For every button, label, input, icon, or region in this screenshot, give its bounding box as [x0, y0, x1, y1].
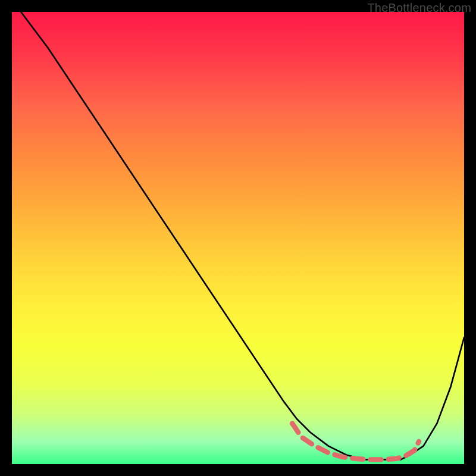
chart-container: TheBottleneck.com [0, 0, 476, 476]
watermark-text: TheBottleneck.com [367, 1, 471, 15]
chart-svg [12, 12, 464, 464]
bottleneck-curve-path [21, 12, 464, 459]
bottleneck-highlight-path [292, 424, 419, 460]
